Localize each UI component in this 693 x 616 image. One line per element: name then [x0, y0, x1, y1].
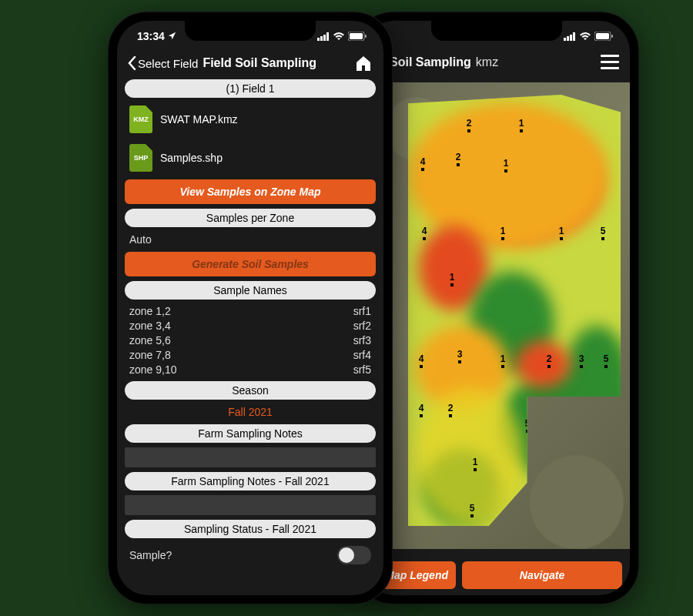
sample-point[interactable]: 3	[576, 353, 587, 367]
sample-point[interactable]: 2	[445, 403, 456, 417]
sample-point[interactable]: 5	[601, 353, 611, 367]
svg-rect-2	[570, 35, 572, 41]
nav-bar-map: Soil Sampling kmz	[363, 52, 630, 77]
wifi-icon	[333, 32, 345, 41]
wifi-icon	[579, 32, 591, 41]
home-icon[interactable]	[354, 55, 373, 72]
samples-per-zone-value: Auto	[125, 232, 376, 247]
file-name: Samples.shp	[160, 152, 223, 164]
sample-row: zone 5,6srf3	[129, 333, 371, 348]
chevron-left-icon	[128, 56, 136, 70]
sample-point[interactable]: 4	[419, 226, 430, 239]
view-samples-button[interactable]: View Samples on Zone Map	[125, 179, 376, 204]
farm-notes-input[interactable]	[125, 447, 376, 467]
sample-point[interactable]: 1	[500, 158, 511, 172]
sample-point[interactable]: 3	[454, 349, 465, 363]
nav-bar-form: Select Field Field Soil Sampling	[117, 52, 383, 79]
sample-toggle-row: Sample?	[125, 543, 376, 567]
phone-map: Soil Sampling kmz 2142141151431235425515	[354, 12, 639, 604]
screen-form: 13:34 Select Field Field Soil Sampling (…	[117, 21, 383, 595]
sample-point[interactable]: 4	[416, 353, 427, 367]
sample-names-table: zone 1,2srf1 zone 3,4srf2 zone 5,6srf3 z…	[125, 304, 376, 377]
phone-form: 13:34 Select Field Field Soil Sampling (…	[108, 12, 393, 604]
sample-point[interactable]: 2	[464, 118, 474, 132]
svg-rect-3	[573, 32, 575, 41]
file-row-kmz[interactable]: KMZ SWAT MAP.kmz	[125, 102, 376, 136]
farm-notes-label[interactable]: Farm Sampling Notes	[125, 424, 376, 443]
sampling-status-label[interactable]: Sampling Status - Fall 2021	[125, 520, 376, 538]
season-label[interactable]: Season	[125, 381, 376, 400]
sample-point[interactable]: 1	[447, 272, 457, 286]
location-services-icon	[168, 30, 176, 42]
satellite-map[interactable]: 2142141151431235425515	[363, 82, 630, 549]
samples-per-zone-label[interactable]: Samples per Zone	[125, 209, 376, 227]
menu-icon[interactable]	[601, 55, 619, 69]
generate-samples-button[interactable]: Generate Soil Samples	[125, 252, 376, 276]
sample-point[interactable]: 2	[544, 353, 554, 367]
sample-point[interactable]: 5	[598, 226, 608, 239]
svg-rect-10	[326, 32, 329, 41]
sample-row: zone 9,10srf5	[129, 363, 371, 377]
notch	[431, 21, 562, 41]
signal-icon	[564, 32, 576, 41]
farm-notes-season-label[interactable]: Farm Sampling Notes - Fall 2021	[125, 472, 376, 490]
sample-point[interactable]: 5	[467, 503, 477, 517]
toggle-label: Sample?	[129, 549, 172, 561]
sample-row: zone 3,4srf2	[129, 319, 371, 333]
sample-point[interactable]: 1	[470, 457, 480, 470]
form-content: (1) Field 1 KMZ SWAT MAP.kmz SHP Samples…	[117, 79, 383, 575]
season-value: Fall 2021	[125, 404, 376, 420]
sample-row: zone 1,2srf1	[129, 304, 371, 319]
page-title-map: Soil Sampling	[390, 55, 471, 69]
svg-rect-9	[323, 35, 326, 41]
sample-point[interactable]: 1	[497, 226, 508, 239]
sample-names-label[interactable]: Sample Names	[125, 281, 376, 300]
map-bottom-bar: Map Legend Navigate	[371, 561, 622, 589]
back-button[interactable]: Select Field	[128, 56, 198, 70]
svg-rect-0	[564, 38, 566, 41]
svg-rect-1	[567, 36, 569, 41]
notch	[185, 21, 316, 41]
status-time: 13:34	[137, 30, 165, 42]
shp-file-icon: SHP	[129, 144, 152, 172]
page-subtitle-map: kmz	[476, 55, 498, 69]
sample-point[interactable]: 1	[516, 118, 527, 132]
svg-rect-12	[350, 33, 363, 39]
screen-map: Soil Sampling kmz 2142141151431235425515	[363, 21, 630, 595]
sample-row: zone 7,8srf4	[129, 348, 371, 363]
kmz-file-icon: KMZ	[129, 105, 152, 133]
svg-rect-7	[317, 38, 320, 41]
back-label: Select Field	[138, 57, 198, 70]
svg-rect-13	[365, 35, 367, 38]
svg-rect-6	[611, 35, 613, 38]
battery-icon	[348, 32, 367, 41]
sample-toggle[interactable]	[337, 546, 371, 564]
toggle-knob	[339, 547, 354, 563]
sample-point[interactable]: 4	[417, 156, 428, 170]
file-name: SWAT MAP.kmz	[160, 113, 238, 126]
signal-icon	[317, 32, 330, 41]
svg-rect-8	[320, 36, 323, 41]
navigate-button[interactable]: Navigate	[462, 561, 622, 589]
farm-notes-season-input[interactable]	[125, 495, 376, 515]
page-title: Field Soil Sampling	[203, 56, 316, 70]
field-header[interactable]: (1) Field 1	[125, 79, 376, 98]
svg-rect-5	[596, 33, 609, 39]
sample-point[interactable]: 2	[453, 152, 464, 166]
file-row-shp[interactable]: SHP Samples.shp	[125, 141, 376, 175]
sample-point[interactable]: 4	[416, 403, 427, 417]
battery-icon	[594, 32, 613, 41]
sample-point[interactable]: 1	[497, 353, 508, 367]
sample-point[interactable]: 1	[556, 226, 567, 239]
